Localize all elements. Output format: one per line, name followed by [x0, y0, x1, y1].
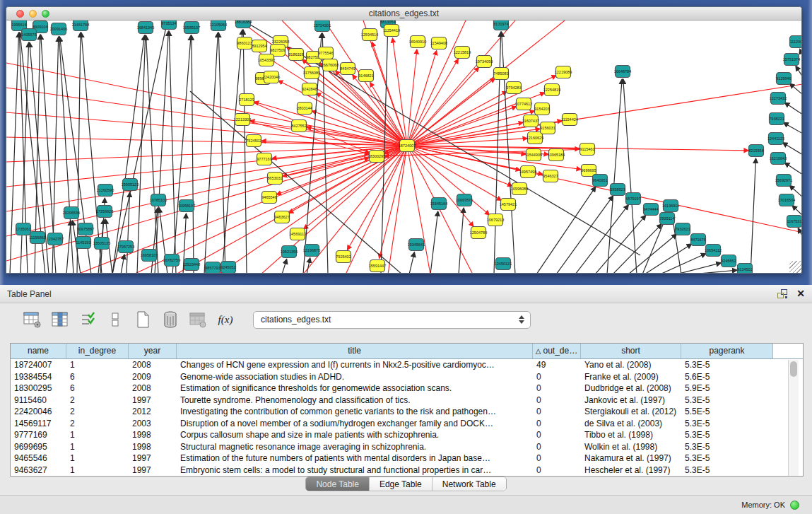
- graph-node[interactable]: 22420046: [263, 71, 280, 83]
- graph-edge[interactable]: [222, 30, 242, 274]
- table-cell[interactable]: 5.3E-5: [681, 441, 773, 453]
- graph-node[interactable]: 9775546: [318, 47, 333, 59]
- graph-node[interactable]: 9463627: [274, 211, 289, 223]
- column-header-in-degree[interactable]: in_degree: [66, 344, 129, 358]
- resize-grip[interactable]: [789, 261, 801, 273]
- table-row[interactable]: 946554611997Estimation of the future num…: [11, 452, 803, 465]
- graph-edge[interactable]: [409, 252, 414, 274]
- graph-node[interactable]: 2935114: [659, 213, 674, 225]
- graph-edge[interactable]: [782, 143, 802, 155]
- window-titlebar[interactable]: citations_edges.txt: [6, 7, 801, 21]
- table-cell[interactable]: 2012: [129, 406, 177, 418]
- network-svg[interactable]: 1995616890910414055752009140621461798168…: [6, 21, 802, 274]
- column-header-short[interactable]: short: [581, 344, 681, 358]
- graph-node[interactable]: 10785102: [150, 194, 167, 206]
- column-header-year[interactable]: year: [129, 344, 177, 358]
- table-cell[interactable]: 9699695: [11, 441, 66, 453]
- graph-node[interactable]: 8186328: [288, 49, 303, 61]
- graph-node[interactable]: 9640951: [592, 175, 607, 187]
- graph-node[interactable]: 11607437: [522, 115, 539, 127]
- graph-edge[interactable]: [784, 103, 802, 115]
- graph-node[interactable]: 11544909: [525, 149, 542, 161]
- table-cell[interactable]: 5.3E-5: [681, 429, 773, 441]
- graph-node[interactable]: 5958923: [610, 184, 625, 196]
- graph-node[interactable]: 9857793: [205, 262, 220, 274]
- table-cell[interactable]: 5.3E-5: [681, 395, 773, 407]
- float-panel-icon[interactable]: [777, 289, 788, 298]
- table-cell[interactable]: Estimation of the future numbers of pati…: [177, 452, 533, 465]
- network-canvas[interactable]: 1995616890910414055752009140621461798168…: [6, 21, 802, 274]
- graph-node[interactable]: 12342757: [47, 233, 64, 245]
- graph-edge[interactable]: [282, 259, 287, 274]
- graph-node[interactable]: 9146821: [358, 70, 373, 82]
- table-row[interactable]: 1456911722003Disruption of a novel membe…: [11, 418, 803, 430]
- tab-edge-table[interactable]: Edge Table: [370, 477, 433, 491]
- graph-node[interactable]: 17359928: [96, 206, 113, 218]
- create-table-icon[interactable]: [133, 310, 153, 329]
- graph-node[interactable]: 9156031: [540, 122, 555, 134]
- graph-node[interactable]: 10585107: [183, 22, 200, 34]
- table-row[interactable]: 1830029562008Estimation of significance …: [11, 382, 803, 395]
- graph-node[interactable]: 14136911: [662, 200, 679, 212]
- table-row[interactable]: 946362711997Embryonic stem cells: a mode…: [11, 465, 803, 477]
- graph-node[interactable]: 16782759: [163, 255, 180, 267]
- graph-node[interactable]: 20091406: [50, 23, 67, 35]
- table-row[interactable]: 1938455462009Genome-wide association stu…: [11, 371, 803, 383]
- graph-node[interactable]: 1735061: [16, 223, 30, 235]
- table-cell[interactable]: 0: [533, 395, 581, 407]
- close-panel-icon[interactable]: ✕: [796, 289, 805, 298]
- table-cell[interactable]: 9465546: [11, 452, 66, 465]
- graph-node[interactable]: 9735134: [161, 21, 176, 30]
- tab-node-table[interactable]: Node Table: [306, 477, 370, 491]
- table-cell[interactable]: 0: [533, 429, 581, 441]
- graph-node[interactable]: 19734093: [476, 56, 493, 68]
- table-cell[interactable]: Embryonic stem cells: a model to study s…: [177, 465, 533, 477]
- graph-edge[interactable]: [66, 221, 71, 274]
- table-cell[interactable]: 49: [533, 359, 581, 371]
- import-table-icon[interactable]: [188, 310, 208, 329]
- graph-node[interactable]: 1405575: [21, 29, 36, 41]
- network-window[interactable]: citations_edges.txt 19956168909104140557…: [6, 6, 802, 274]
- graph-node[interactable]: 10654112: [705, 245, 722, 257]
- table-cell[interactable]: 0: [533, 452, 581, 465]
- scrollbar-thumb[interactable]: [790, 361, 797, 377]
- graph-node[interactable]: 16841345: [137, 22, 154, 34]
- graph-node[interactable]: 9154203: [534, 103, 549, 115]
- memory-ok-indicator[interactable]: [790, 501, 799, 510]
- graph-edge[interactable]: [407, 51, 437, 146]
- graph-node[interactable]: 90975887: [77, 223, 94, 235]
- table-cell[interactable]: 1: [66, 359, 129, 371]
- graph-node[interactable]: 14957498: [519, 166, 536, 178]
- graph-node[interactable]: 18300295: [368, 151, 385, 163]
- table-cell[interactable]: 1997: [129, 395, 177, 407]
- graph-node[interactable]: 7938221: [769, 113, 784, 125]
- table-cell[interactable]: 0: [533, 465, 581, 477]
- table-cell[interactable]: 0: [533, 371, 581, 383]
- table-cell[interactable]: 14569117: [11, 418, 66, 430]
- column-header-name[interactable]: name: [11, 344, 66, 358]
- graph-edge[interactable]: [407, 129, 540, 146]
- graph-node[interactable]: 10997870: [456, 194, 473, 206]
- table-cell[interactable]: 2009: [129, 371, 177, 383]
- graph-node[interactable]: 13505135: [93, 238, 110, 250]
- graph-node[interactable]: 6879197: [625, 193, 640, 205]
- graph-node[interactable]: 12450121: [495, 258, 512, 270]
- graph-node[interactable]: 12215819: [454, 47, 471, 59]
- table-cell[interactable]: 9777169: [11, 429, 66, 441]
- table-cell[interactable]: Tourette syndrome. Phenomenology and cla…: [177, 395, 533, 407]
- table-cell[interactable]: Nakamura et al. (1997): [581, 452, 681, 465]
- close-window-button[interactable]: [16, 10, 24, 18]
- table-cell[interactable]: 6: [66, 382, 129, 395]
- graph-node[interactable]: 17957253: [117, 241, 134, 253]
- table-cell[interactable]: 2: [66, 406, 129, 418]
- graph-edge[interactable]: [692, 270, 737, 274]
- table-cell[interactable]: 2008: [129, 382, 177, 395]
- graph-edge[interactable]: [112, 21, 167, 274]
- graph-edge[interactable]: [800, 49, 802, 57]
- graph-node[interactable]: 16940910: [409, 36, 426, 48]
- table-cell[interactable]: 5.6E-5: [681, 371, 773, 383]
- graph-node[interactable]: 1112304: [790, 36, 803, 48]
- graph-node[interactable]: 10774612: [515, 98, 532, 110]
- table-cell[interactable]: Investigating the contribution of common…: [177, 406, 533, 418]
- table-cell[interactable]: Yano et al. (2008): [581, 359, 681, 371]
